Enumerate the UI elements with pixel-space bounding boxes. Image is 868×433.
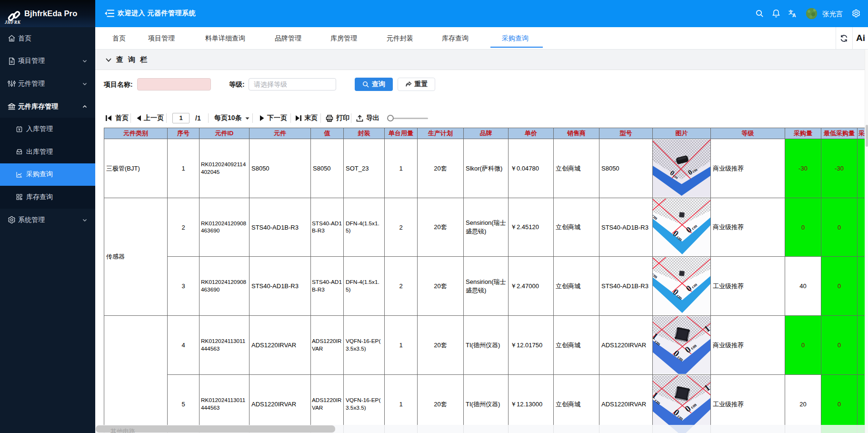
- svg-text:JHFRK: JHFRK: [4, 20, 20, 25]
- svg-text:A: A: [792, 12, 796, 18]
